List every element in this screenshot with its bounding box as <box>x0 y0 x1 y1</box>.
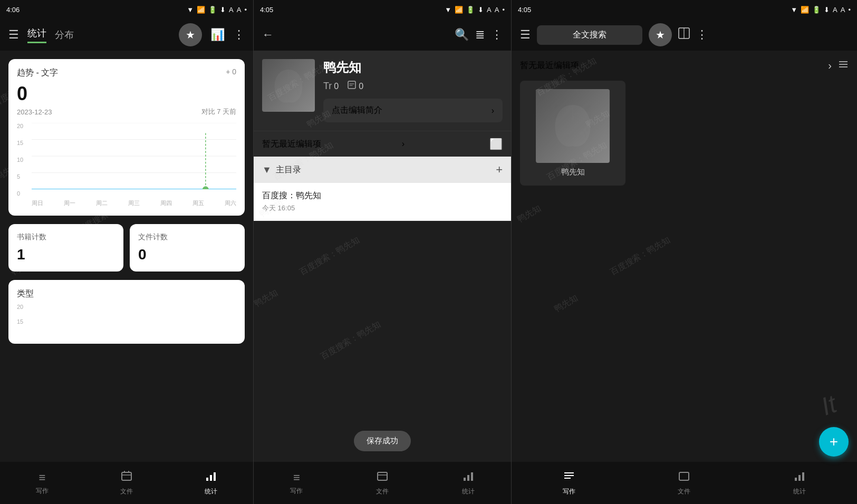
hamburger-icon[interactable]: ☰ <box>8 28 19 42</box>
stats-label-middle: 统计 <box>462 487 475 496</box>
svg-rect-26 <box>798 475 801 481</box>
word-count-stat: Tr 0 <box>323 81 339 92</box>
mini-cards: 书籍计数 1 文件计数 0 <box>8 224 245 272</box>
file-count-title: 文件计数 <box>138 232 236 242</box>
sort-icon-middle[interactable]: ≣ <box>475 28 485 42</box>
hamburger-icon-right[interactable]: ☰ <box>520 28 531 42</box>
write-label-left: 写作 <box>36 487 49 496</box>
tab-statistics[interactable]: 统计 <box>27 27 46 43</box>
book-stats-row: Tr 0 0 <box>323 80 503 92</box>
chapter-item[interactable]: 百度搜：鸭先知 今天 16:05 <box>254 183 511 221</box>
nav-item-stats-right[interactable]: 统计 <box>784 470 815 496</box>
nav-item-files-middle[interactable]: 文件 <box>367 470 398 496</box>
tab-distribution[interactable]: 分布 <box>55 28 74 41</box>
trend-chart: 20 15 10 5 0 <box>17 123 236 207</box>
stats-icon-right <box>794 470 805 485</box>
time-left: 4:06 <box>6 6 20 14</box>
recent-bar-right: 暂无最近编辑项 › <box>520 59 849 72</box>
nav-item-files-right[interactable]: 文件 <box>668 470 700 496</box>
files-icon-left <box>121 470 132 485</box>
expand-icon[interactable]: ▼ <box>262 164 272 176</box>
svg-rect-14 <box>467 475 469 481</box>
recent-title-right: 暂无最近编辑项 <box>520 60 579 71</box>
file-count-value2: 0 <box>359 82 363 91</box>
svg-point-6 <box>203 186 209 189</box>
chapter-item-title: 百度搜：鸭先知 <box>262 190 503 201</box>
files-icon-middle <box>377 470 388 485</box>
book-name: 鸭先知 <box>323 59 503 76</box>
book-cover <box>262 59 315 112</box>
book-card-right[interactable]: 鸭先知 <box>520 81 625 186</box>
svg-rect-25 <box>795 478 797 481</box>
file-count-card: 文件计数 0 <box>130 224 245 272</box>
nav-item-write-right[interactable]: 写作 <box>553 470 585 496</box>
chart-icon[interactable]: 📊 <box>210 28 225 42</box>
book-count-card: 书籍计数 1 <box>8 224 123 272</box>
main-catalog-title: 主目录 <box>276 164 301 176</box>
type-icon: Tr <box>323 81 332 92</box>
stats-label-right: 统计 <box>793 487 806 496</box>
nav-item-stats-middle[interactable]: 统计 <box>452 470 484 496</box>
write-label-middle: 写作 <box>290 487 303 496</box>
chevron-right-icon-right[interactable]: › <box>828 60 832 72</box>
more-icon-left[interactable]: ⋮ <box>233 28 245 42</box>
star-button-right[interactable]: ★ <box>649 23 672 46</box>
fulltext-search[interactable]: 全文搜索 <box>537 25 642 45</box>
file-icon <box>347 80 357 92</box>
type-card-title: 类型 <box>17 288 236 299</box>
time-middle: 4:05 <box>260 6 273 14</box>
files-label-middle: 文件 <box>376 487 389 496</box>
time-right: 4:05 <box>518 6 531 14</box>
search-icon-middle[interactable]: 🔍 <box>455 28 469 42</box>
nav-item-files-left[interactable]: 文件 <box>111 470 142 496</box>
files-label-left: 文件 <box>120 487 133 496</box>
chart-svg <box>32 123 236 189</box>
status-bar-left: 4:06 ▼ 📶 🔋 ⬇ A A • <box>0 0 253 19</box>
add-chapter-btn[interactable]: + <box>496 163 503 177</box>
status-bar-middle: 4:05 ▼ 📶 🔋 ⬇ A A • <box>254 0 511 19</box>
nav-item-write-left[interactable]: ≡ 写作 <box>26 471 58 496</box>
svg-rect-15 <box>471 472 473 481</box>
book-count-value: 1 <box>17 246 115 263</box>
left-panel-content: 百度搜索：鸭先知 鸭先知 百度搜索：鸭先知 鸭先知 百度搜索：鸭先知 鸭先知 百… <box>0 51 253 462</box>
save-toast: 保存成功 <box>354 431 411 451</box>
edit-intro-btn[interactable]: 点击编辑简介 › <box>323 99 503 122</box>
right-header: ☰ 全文搜索 ★ ⋮ <box>512 19 857 51</box>
middle-content: 百度搜索：鸭先知 鸭先知 百度搜索：鸭先知 鸭先知 百度搜索：鸭先知 鸭先知 百… <box>254 51 511 462</box>
bottom-nav-right: 写作 文件 统计 <box>512 462 857 504</box>
stats-icon-left <box>205 470 217 485</box>
file-count-value: 0 <box>138 246 236 263</box>
edit-intro-text: 点击编辑简介 <box>332 105 382 116</box>
chevron-right-icon: › <box>492 106 494 115</box>
trend-change: + 0 <box>226 67 236 76</box>
svg-rect-13 <box>464 478 466 481</box>
book-count-title: 书籍计数 <box>17 232 115 242</box>
x-axis-labels: 周日 周一 周二 周三 周四 周五 周六 <box>32 199 236 207</box>
svg-rect-7 <box>122 472 131 480</box>
back-icon[interactable]: ← <box>262 28 274 42</box>
more-icon-middle[interactable]: ⋮ <box>491 28 503 42</box>
trend-value: 0 <box>17 83 236 105</box>
right-content: 百度搜索：鸭先知 鸭先知 百度搜索：鸭先知 鸭先知 百度搜索：鸭先知 鸭先知 暂… <box>512 51 857 462</box>
split-view-icon[interactable]: ⬜ <box>489 138 503 150</box>
fab-add-button[interactable]: + <box>819 427 849 457</box>
list-view-icon[interactable] <box>838 59 849 72</box>
type-card: 类型 20 15 <box>8 280 245 344</box>
nav-item-write-middle[interactable]: ≡ 写作 <box>281 471 312 496</box>
recent-edits-text: 暂无最近编辑项 <box>262 139 321 150</box>
word-count-value: 0 <box>334 82 339 91</box>
book-thumb-name: 鸭先知 <box>561 167 585 177</box>
write-icon-left: ≡ <box>39 471 46 484</box>
trend-comparison: 对比 7 天前 <box>201 107 236 117</box>
middle-panel: 4:05 ▼ 📶 🔋 ⬇ A A • ← 🔍 ≣ ⋮ 百度搜索：鸭先知 <box>253 0 512 504</box>
more-icon-right[interactable]: ⋮ <box>696 28 708 42</box>
write-label-right: 写作 <box>563 487 575 496</box>
bottom-nav-middle: ≡ 写作 文件 统计 <box>254 462 511 504</box>
window-icon[interactable] <box>678 27 690 42</box>
bottom-nav-left: ≡ 写作 文件 统计 <box>0 462 253 504</box>
nav-item-stats-left[interactable]: 统计 <box>195 470 227 496</box>
stats-label-left: 统计 <box>205 487 217 496</box>
svg-rect-10 <box>214 472 216 481</box>
star-button[interactable]: ★ <box>179 23 202 46</box>
recent-edits-bar[interactable]: 暂无最近编辑项 › ⬜ <box>254 131 511 157</box>
